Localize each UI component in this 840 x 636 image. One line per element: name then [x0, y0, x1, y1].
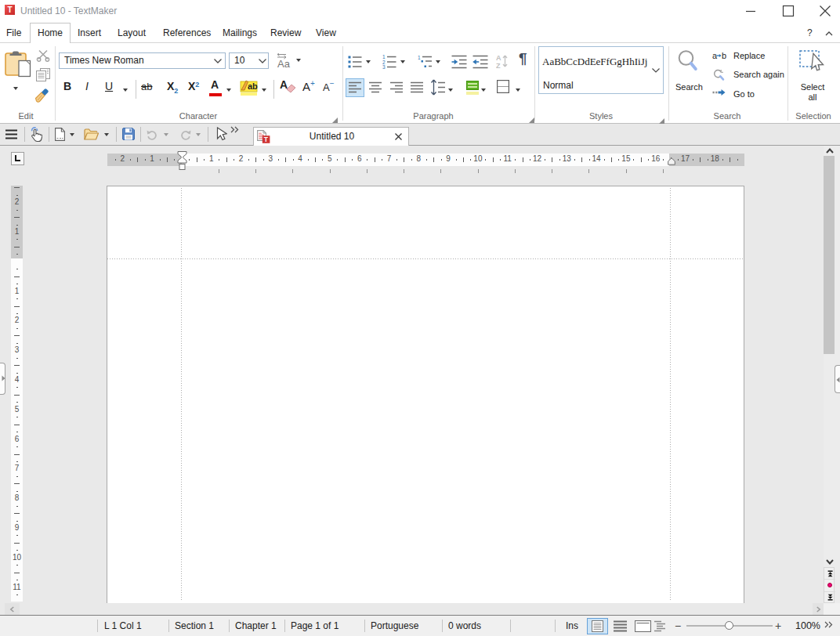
svg-text:ab: ab	[248, 81, 258, 91]
svg-text:1: 1	[418, 55, 421, 60]
svg-text:b: b	[722, 51, 726, 60]
svg-text:A: A	[496, 54, 501, 62]
svg-text:3: 3	[382, 64, 386, 70]
svg-text:Z: Z	[496, 62, 501, 70]
svg-text:Aa: Aa	[277, 58, 291, 69]
svg-text:a: a	[712, 51, 718, 60]
